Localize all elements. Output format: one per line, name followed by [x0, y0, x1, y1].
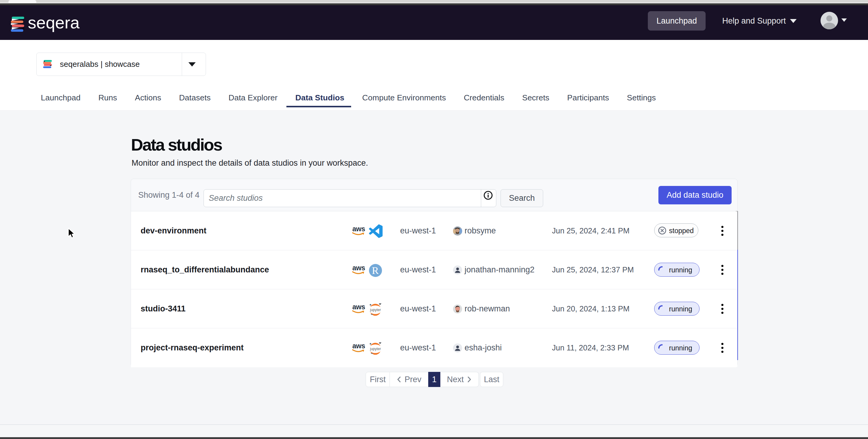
svg-text:aws: aws	[352, 225, 365, 233]
svg-text:jupyter: jupyter	[370, 308, 381, 312]
svg-text:aws: aws	[352, 342, 365, 350]
svg-text:jupyter: jupyter	[370, 347, 381, 351]
svg-text:R: R	[372, 265, 379, 276]
svg-text:aws: aws	[352, 264, 365, 272]
svg-text:aws: aws	[352, 303, 365, 311]
